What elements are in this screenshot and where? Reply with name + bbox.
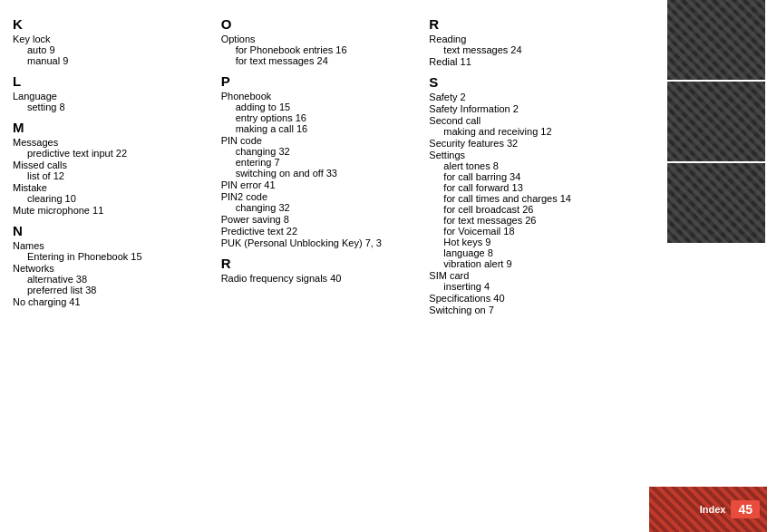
section-letter-P-1: P xyxy=(221,73,420,89)
entry-main: Settings xyxy=(429,150,627,160)
entry-main: Names xyxy=(13,240,211,251)
entry-main: Key lock xyxy=(13,34,211,44)
column-2: RReadingtext messages 24Redial 11SSafety… xyxy=(429,9,636,523)
entry-main: No charging 41 xyxy=(13,296,211,307)
section-letter-K-0: K xyxy=(13,16,211,32)
entry-sub: list of 12 xyxy=(13,170,211,181)
entry-main: Switching on 7 xyxy=(429,305,627,315)
entry-main: Security features 32 xyxy=(429,138,627,149)
entry-main: Phonebook xyxy=(221,91,420,102)
entry-sub: entry options 16 xyxy=(221,112,420,123)
entry-main: PIN error 41 xyxy=(221,179,420,190)
section-letter-N-0: N xyxy=(13,223,211,238)
entry-sub: for call forward 13 xyxy=(429,182,627,193)
entry-main: PIN2 code xyxy=(221,191,420,202)
entry-sub: alert tones 8 xyxy=(429,160,627,171)
entry-sub: for text messages 24 xyxy=(221,55,420,66)
entry-main: Safety Information 2 xyxy=(429,103,627,114)
entry-sub: clearing 10 xyxy=(13,193,211,204)
entry-main: PUK (Personal Unblocking Key) 7, 3 xyxy=(221,237,420,248)
entry-main: Missed calls xyxy=(13,160,211,170)
section-letter-O-1: O xyxy=(221,16,420,32)
entry-sub: switching on and off 33 xyxy=(221,168,420,179)
section-letter-R-2: R xyxy=(429,16,627,32)
entry-main: SIM card xyxy=(429,270,627,281)
entry-sub: changing 32 xyxy=(221,146,420,157)
entry-sub: preferred list 38 xyxy=(13,285,211,295)
entry-sub: text messages 24 xyxy=(429,44,627,55)
entry-sub: for call barring 34 xyxy=(429,171,627,182)
entry-sub: changing 32 xyxy=(221,202,420,213)
section-letter-R-1: R xyxy=(221,256,420,271)
section-letter-S-2: S xyxy=(429,74,627,90)
entry-main: Specifications 40 xyxy=(429,293,627,304)
entry-main: Predictive text 22 xyxy=(221,226,420,237)
thumbnail-images xyxy=(667,0,767,243)
entry-main: Mistake xyxy=(13,182,211,193)
entry-main: PIN code xyxy=(221,135,420,146)
entry-main: Redial 11 xyxy=(429,56,627,67)
entry-main: Options xyxy=(221,34,420,44)
page-number: 45 xyxy=(731,500,760,518)
entry-main: Second call xyxy=(429,115,627,126)
entry-sub: making a call 16 xyxy=(221,123,420,134)
entry-sub: for Phonebook entries 16 xyxy=(221,44,420,55)
entry-sub: for call times and charges 14 xyxy=(429,193,627,204)
entry-sub: auto 9 xyxy=(13,44,211,55)
page-container: KKey lockauto 9manual 9LLanguagesetting … xyxy=(0,0,767,532)
entry-main: Mute microphone 11 xyxy=(13,205,211,216)
entry-main: Radio frequency signals 40 xyxy=(221,273,420,284)
entry-main: Reading xyxy=(429,34,627,44)
section-letter-L-0: L xyxy=(13,73,211,89)
thumbnail-3 xyxy=(667,163,765,243)
entry-main: Power saving 8 xyxy=(221,214,420,225)
thumbnail-2 xyxy=(667,82,765,161)
thumbnail-1 xyxy=(667,0,765,80)
entry-sub: for text messages 26 xyxy=(429,215,627,226)
index-label: Index xyxy=(700,504,726,515)
entry-main: Language xyxy=(13,91,211,102)
entry-sub: setting 8 xyxy=(13,102,211,112)
entry-sub: for cell broadcast 26 xyxy=(429,204,627,215)
entry-sub: Hot keys 9 xyxy=(429,237,627,247)
right-panel xyxy=(649,0,767,532)
entry-sub: entering 7 xyxy=(221,157,420,168)
entry-sub: manual 9 xyxy=(13,55,211,66)
content-area: KKey lockauto 9manual 9LLanguagesetting … xyxy=(0,0,649,532)
entry-main: Networks xyxy=(13,263,211,274)
entry-sub: Entering in Phonebook 15 xyxy=(13,251,211,262)
entry-sub: for Voicemail 18 xyxy=(429,226,627,237)
entry-sub: alternative 38 xyxy=(13,274,211,285)
footer-bar: Index 45 xyxy=(649,487,767,532)
section-letter-M-0: M xyxy=(13,120,211,135)
entry-main: Messages xyxy=(13,137,211,148)
entry-sub: predictive text input 22 xyxy=(13,148,211,159)
entry-sub: language 8 xyxy=(429,247,627,258)
entry-main: Safety 2 xyxy=(429,92,627,102)
entry-sub: vibration alert 9 xyxy=(429,258,627,269)
entry-sub: adding to 15 xyxy=(221,102,420,112)
column-0: KKey lockauto 9manual 9LLanguagesetting … xyxy=(13,9,220,523)
entry-sub: making and receiving 12 xyxy=(429,126,627,137)
column-1: OOptionsfor Phonebook entries 16for text… xyxy=(221,9,429,523)
entry-sub: inserting 4 xyxy=(429,281,627,292)
